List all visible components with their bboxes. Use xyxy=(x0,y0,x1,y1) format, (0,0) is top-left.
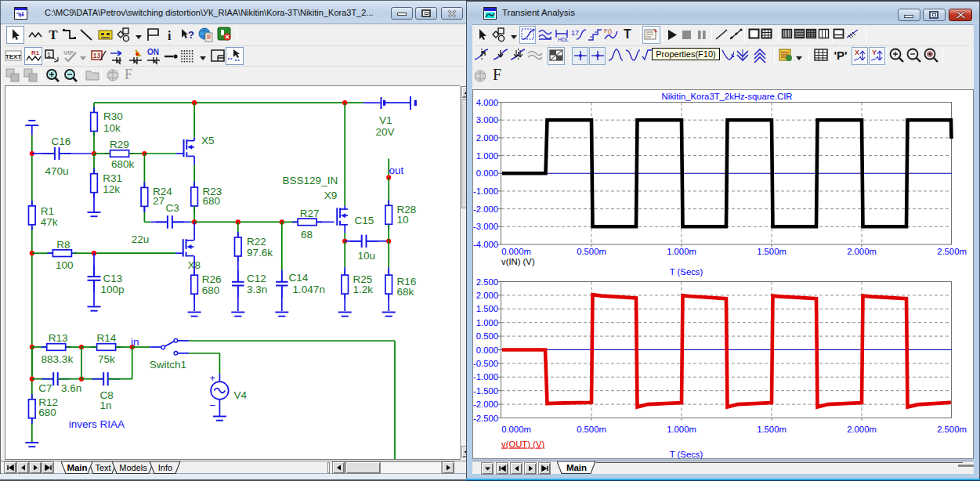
svg-text:680k: 680k xyxy=(111,158,135,170)
svg-text:C13: C13 xyxy=(103,273,123,284)
svg-text:-4.000: -4.000 xyxy=(473,240,498,249)
svg-text:1.500m: 1.500m xyxy=(757,247,787,256)
svg-text:2.500m: 2.500m xyxy=(937,247,967,256)
svg-text:C15: C15 xyxy=(355,215,374,226)
svg-text:R8: R8 xyxy=(56,239,70,251)
svg-text:17: 17 xyxy=(571,29,579,37)
svg-text:R14: R14 xyxy=(97,332,117,344)
svg-text:4.000: 4.000 xyxy=(476,98,498,107)
svg-text:X5: X5 xyxy=(201,135,215,146)
svg-text:C12: C12 xyxy=(247,273,266,284)
svg-text:X: X xyxy=(855,49,859,56)
svg-text:R29: R29 xyxy=(110,139,129,150)
svg-text:-0.500: -0.500 xyxy=(473,359,498,368)
svg-text:10u: 10u xyxy=(358,250,376,262)
svg-text:68k: 68k xyxy=(397,286,414,298)
svg-text:1.2k: 1.2k xyxy=(353,284,374,295)
svg-text:3.6n: 3.6n xyxy=(61,382,81,394)
svg-text:2.500: 2.500 xyxy=(476,277,498,287)
svg-text:1.500: 1.500 xyxy=(476,304,498,313)
svg-text:R13: R13 xyxy=(49,332,68,344)
svg-text:T: T xyxy=(624,27,631,41)
svg-text:C7: C7 xyxy=(38,382,52,394)
svg-text:75k: 75k xyxy=(98,353,115,365)
svg-text:68: 68 xyxy=(301,229,313,240)
svg-text:Switch1: Switch1 xyxy=(150,359,186,371)
svg-text:0.000m: 0.000m xyxy=(501,425,531,434)
svg-text:-1.000: -1.000 xyxy=(473,372,498,382)
svg-text:Text: Text xyxy=(95,463,110,472)
svg-text:20V: 20V xyxy=(376,126,395,138)
svg-text:100p: 100p xyxy=(100,284,124,295)
svg-text:97.6k: 97.6k xyxy=(247,247,273,259)
svg-text:C14: C14 xyxy=(288,272,308,284)
svg-text:R1: R1 xyxy=(41,205,54,217)
svg-text:1.047n: 1.047n xyxy=(293,284,325,295)
svg-text:-2.000: -2.000 xyxy=(473,400,498,409)
svg-text:0.500m: 0.500m xyxy=(577,425,606,434)
svg-text:0.000: 0.000 xyxy=(476,168,498,178)
svg-text:T (Secs): T (Secs) xyxy=(670,267,703,277)
svg-text:680: 680 xyxy=(38,407,56,418)
svg-text:'P': 'P' xyxy=(834,49,847,62)
svg-text:3.3n: 3.3n xyxy=(247,284,267,295)
svg-text:1.500m: 1.500m xyxy=(757,425,787,434)
svg-text:0.000m: 0.000m xyxy=(501,247,531,256)
svg-text:47k: 47k xyxy=(41,216,58,228)
svg-text:Nikitin_Kora3T_2kHz-square.CIR: Nikitin_Kora3T_2kHz-square.CIR xyxy=(661,92,792,101)
svg-text:680: 680 xyxy=(203,195,221,207)
svg-text:1.000: 1.000 xyxy=(476,318,498,327)
svg-text:v(IN) (V): v(IN) (V) xyxy=(501,257,535,266)
svg-text:1.000m: 1.000m xyxy=(667,425,696,434)
svg-text:−: − xyxy=(210,400,216,411)
svg-text:22u: 22u xyxy=(132,233,150,245)
svg-text:+: + xyxy=(210,372,216,384)
svg-text:10k: 10k xyxy=(103,122,121,134)
svg-text:100: 100 xyxy=(56,259,74,271)
svg-text:in: in xyxy=(131,336,139,348)
svg-text:3.000: 3.000 xyxy=(476,115,498,125)
svg-text:Main: Main xyxy=(67,463,87,472)
svg-text:-2.000: -2.000 xyxy=(473,204,498,214)
svg-text:Main: Main xyxy=(566,463,587,472)
svg-text:12k: 12k xyxy=(103,183,120,195)
svg-text:T (Secs): T (Secs) xyxy=(670,450,703,459)
svg-text:1.000: 1.000 xyxy=(476,151,498,161)
svg-text:27: 27 xyxy=(153,195,165,207)
svg-text:883.3k: 883.3k xyxy=(42,353,74,365)
svg-text:2.500m: 2.500m xyxy=(937,425,967,434)
svg-text:-1.500: -1.500 xyxy=(473,386,498,396)
svg-text:1n: 1n xyxy=(100,400,112,411)
svg-text:2.000: 2.000 xyxy=(476,291,498,300)
svg-text:BSS129_IN: BSS129_IN xyxy=(283,175,338,186)
svg-text:2.000m: 2.000m xyxy=(847,247,877,256)
svg-text:1.000m: 1.000m xyxy=(667,247,696,256)
svg-text:0.500m: 0.500m xyxy=(577,247,606,256)
svg-text:X9: X9 xyxy=(324,190,338,201)
svg-text:C16: C16 xyxy=(52,136,71,147)
svg-text:C3: C3 xyxy=(165,202,179,214)
svg-text:-3.000: -3.000 xyxy=(473,222,498,231)
svg-text:470u: 470u xyxy=(45,165,69,177)
svg-text:Models: Models xyxy=(119,463,147,472)
svg-text:out: out xyxy=(389,165,404,176)
svg-text:-2.500: -2.500 xyxy=(473,414,498,423)
svg-text:R30: R30 xyxy=(103,110,123,122)
svg-text:V4: V4 xyxy=(234,389,248,401)
svg-text:Info: Info xyxy=(158,463,172,472)
svg-text:F: F xyxy=(493,66,501,83)
svg-text:0.500: 0.500 xyxy=(476,331,498,341)
svg-text:F(): F() xyxy=(604,27,613,34)
svg-text:v(OUT) (V): v(OUT) (V) xyxy=(501,439,544,449)
svg-text:R31: R31 xyxy=(103,172,122,184)
svg-text:HDL: HDL xyxy=(558,37,569,42)
svg-text:2.000: 2.000 xyxy=(476,133,498,143)
svg-text:-1.000: -1.000 xyxy=(473,186,498,196)
svg-text:R27: R27 xyxy=(300,208,320,219)
svg-text:10: 10 xyxy=(397,214,409,226)
svg-text:V1: V1 xyxy=(379,114,392,126)
svg-text:680: 680 xyxy=(202,284,220,296)
svg-text:invers RIAA: invers RIAA xyxy=(69,418,125,430)
svg-text:0.000: 0.000 xyxy=(476,345,498,355)
svg-text:2.000m: 2.000m xyxy=(847,425,877,434)
